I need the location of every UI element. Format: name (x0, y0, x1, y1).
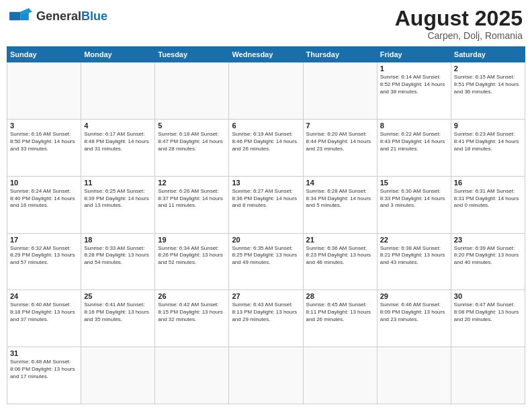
calendar-cell: 4Sunrise: 6:17 AM Sunset: 8:48 PM Daylig… (81, 119, 155, 176)
calendar-cell: 6Sunrise: 6:19 AM Sunset: 8:46 PM Daylig… (229, 119, 303, 176)
calendar-cell: 25Sunrise: 6:41 AM Sunset: 8:16 PM Dayli… (81, 290, 155, 347)
svg-rect-0 (9, 12, 20, 21)
col-saturday: Saturday (451, 47, 525, 62)
calendar-cell: 9Sunrise: 6:23 AM Sunset: 8:41 PM Daylig… (451, 119, 525, 176)
day-number: 8 (380, 122, 448, 130)
day-info: Sunrise: 6:41 AM Sunset: 8:16 PM Dayligh… (84, 302, 152, 323)
calendar-cell (155, 347, 229, 404)
day-info: Sunrise: 6:22 AM Sunset: 8:43 PM Dayligh… (380, 131, 448, 152)
calendar-cell (229, 62, 303, 120)
main-title: August 2025 (395, 7, 523, 30)
day-number: 14 (306, 179, 374, 187)
calendar-cell: 20Sunrise: 6:35 AM Sunset: 8:25 PM Dayli… (229, 233, 303, 290)
calendar-cell: 19Sunrise: 6:34 AM Sunset: 8:26 PM Dayli… (155, 233, 229, 290)
calendar-cell: 22Sunrise: 6:38 AM Sunset: 8:21 PM Dayli… (377, 233, 451, 290)
calendar-cell: 28Sunrise: 6:45 AM Sunset: 8:11 PM Dayli… (303, 290, 377, 347)
day-number: 23 (454, 236, 522, 244)
calendar-cell: 18Sunrise: 6:33 AM Sunset: 8:28 PM Dayli… (81, 233, 155, 290)
calendar-cell: 15Sunrise: 6:30 AM Sunset: 8:33 PM Dayli… (377, 176, 451, 233)
week-row-3: 17Sunrise: 6:32 AM Sunset: 8:29 PM Dayli… (7, 233, 525, 290)
week-row-1: 3Sunrise: 6:16 AM Sunset: 8:50 PM Daylig… (7, 119, 525, 176)
day-number: 4 (84, 122, 152, 130)
day-number: 19 (158, 236, 226, 244)
day-info: Sunrise: 6:34 AM Sunset: 8:26 PM Dayligh… (158, 245, 226, 267)
day-number: 29 (380, 292, 448, 300)
day-number: 11 (84, 179, 152, 187)
logo: GeneralBlue (9, 7, 107, 26)
day-info: Sunrise: 6:18 AM Sunset: 8:47 PM Dayligh… (158, 131, 226, 152)
day-info: Sunrise: 6:36 AM Sunset: 8:23 PM Dayligh… (306, 245, 374, 267)
logo-text: GeneralBlue (36, 9, 107, 24)
day-number: 20 (232, 236, 300, 244)
day-number: 30 (454, 292, 522, 300)
day-number: 15 (380, 179, 448, 187)
day-number: 3 (10, 122, 78, 130)
col-tuesday: Tuesday (155, 47, 229, 62)
day-info: Sunrise: 6:28 AM Sunset: 8:34 PM Dayligh… (306, 188, 374, 210)
day-info: Sunrise: 6:25 AM Sunset: 8:39 PM Dayligh… (84, 188, 152, 210)
day-info: Sunrise: 6:17 AM Sunset: 8:48 PM Dayligh… (84, 131, 152, 152)
day-info: Sunrise: 6:46 AM Sunset: 8:09 PM Dayligh… (380, 302, 448, 323)
day-info: Sunrise: 6:33 AM Sunset: 8:28 PM Dayligh… (84, 245, 152, 267)
day-number: 28 (306, 292, 374, 300)
header-row: Sunday Monday Tuesday Wednesday Thursday… (7, 47, 525, 62)
day-info: Sunrise: 6:43 AM Sunset: 8:13 PM Dayligh… (232, 302, 300, 323)
day-info: Sunrise: 6:16 AM Sunset: 8:50 PM Dayligh… (10, 131, 78, 152)
calendar-cell (303, 62, 377, 120)
calendar-cell: 11Sunrise: 6:25 AM Sunset: 8:39 PM Dayli… (81, 176, 155, 233)
calendar-cell: 27Sunrise: 6:43 AM Sunset: 8:13 PM Dayli… (229, 290, 303, 347)
day-number: 25 (84, 292, 152, 300)
day-number: 10 (10, 179, 78, 187)
calendar-cell (229, 347, 303, 404)
day-number: 21 (306, 236, 374, 244)
day-info: Sunrise: 6:45 AM Sunset: 8:11 PM Dayligh… (306, 302, 374, 323)
day-number: 6 (232, 122, 300, 130)
week-row-4: 24Sunrise: 6:40 AM Sunset: 8:18 PM Dayli… (7, 290, 525, 347)
calendar-cell (303, 347, 377, 404)
day-number: 17 (10, 236, 78, 244)
calendar-cell: 30Sunrise: 6:47 AM Sunset: 8:08 PM Dayli… (451, 290, 525, 347)
day-info: Sunrise: 6:48 AM Sunset: 8:06 PM Dayligh… (10, 359, 78, 380)
calendar-cell: 16Sunrise: 6:31 AM Sunset: 8:31 PM Dayli… (451, 176, 525, 233)
calendar-table: Sunday Monday Tuesday Wednesday Thursday… (7, 46, 525, 404)
calendar-cell: 14Sunrise: 6:28 AM Sunset: 8:34 PM Dayli… (303, 176, 377, 233)
day-number: 16 (454, 179, 522, 187)
day-info: Sunrise: 6:32 AM Sunset: 8:29 PM Dayligh… (10, 245, 78, 267)
calendar-cell: 8Sunrise: 6:22 AM Sunset: 8:43 PM Daylig… (377, 119, 451, 176)
calendar-cell (81, 347, 155, 404)
day-info: Sunrise: 6:40 AM Sunset: 8:18 PM Dayligh… (10, 302, 78, 323)
day-info: Sunrise: 6:38 AM Sunset: 8:21 PM Dayligh… (380, 245, 448, 267)
day-info: Sunrise: 6:47 AM Sunset: 8:08 PM Dayligh… (454, 302, 522, 323)
day-number: 27 (232, 292, 300, 300)
calendar-cell (81, 62, 155, 120)
day-info: Sunrise: 6:15 AM Sunset: 8:51 PM Dayligh… (454, 74, 522, 95)
calendar-cell: 13Sunrise: 6:27 AM Sunset: 8:36 PM Dayli… (229, 176, 303, 233)
week-row-5: 31Sunrise: 6:48 AM Sunset: 8:06 PM Dayli… (7, 347, 525, 404)
day-number: 7 (306, 122, 374, 130)
page: GeneralBlue August 2025 Carpen, Dolj, Ro… (0, 0, 532, 411)
logo-general: General (36, 9, 81, 23)
logo-blue: Blue (81, 9, 107, 23)
col-thursday: Thursday (303, 47, 377, 62)
day-number: 5 (158, 122, 226, 130)
calendar-cell: 12Sunrise: 6:26 AM Sunset: 8:37 PM Dayli… (155, 176, 229, 233)
calendar-cell (155, 62, 229, 120)
subtitle: Carpen, Dolj, Romania (395, 30, 523, 41)
col-friday: Friday (377, 47, 451, 62)
day-info: Sunrise: 6:19 AM Sunset: 8:46 PM Dayligh… (232, 131, 300, 152)
week-row-2: 10Sunrise: 6:24 AM Sunset: 8:40 PM Dayli… (7, 176, 525, 233)
calendar-header: Sunday Monday Tuesday Wednesday Thursday… (7, 47, 525, 62)
calendar-cell: 5Sunrise: 6:18 AM Sunset: 8:47 PM Daylig… (155, 119, 229, 176)
calendar-cell: 31Sunrise: 6:48 AM Sunset: 8:06 PM Dayli… (7, 347, 81, 404)
day-number: 12 (158, 179, 226, 187)
day-number: 13 (232, 179, 300, 187)
calendar-cell: 29Sunrise: 6:46 AM Sunset: 8:09 PM Dayli… (377, 290, 451, 347)
day-number: 31 (10, 349, 78, 357)
logo-icon (9, 7, 34, 26)
day-info: Sunrise: 6:26 AM Sunset: 8:37 PM Dayligh… (158, 188, 226, 210)
calendar-cell: 21Sunrise: 6:36 AM Sunset: 8:23 PM Dayli… (303, 233, 377, 290)
day-info: Sunrise: 6:31 AM Sunset: 8:31 PM Dayligh… (454, 188, 522, 210)
day-info: Sunrise: 6:14 AM Sunset: 8:52 PM Dayligh… (380, 74, 448, 95)
header: GeneralBlue August 2025 Carpen, Dolj, Ro… (7, 7, 525, 41)
calendar-cell: 17Sunrise: 6:32 AM Sunset: 8:29 PM Dayli… (7, 233, 81, 290)
